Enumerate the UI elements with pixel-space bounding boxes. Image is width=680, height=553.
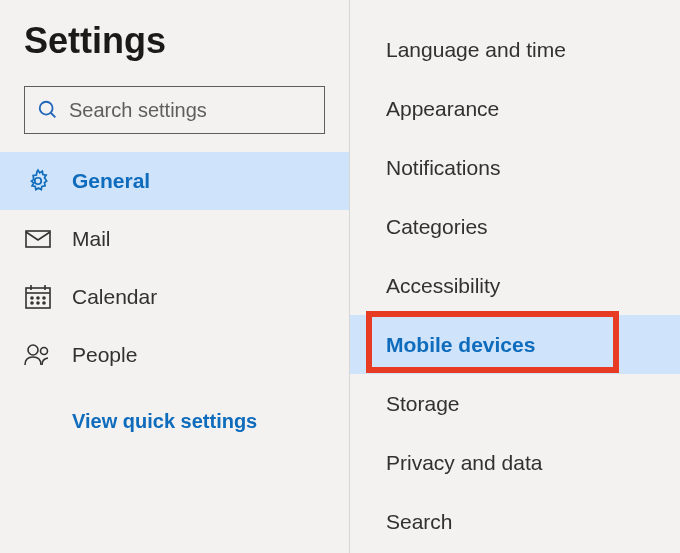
sub-item-label: Privacy and data [386,451,542,475]
gear-icon [24,167,52,195]
svg-point-11 [43,297,45,299]
calendar-icon [24,283,52,311]
svg-point-16 [41,348,48,355]
nav-item-label: General [72,169,150,193]
sub-item-label: Appearance [386,97,499,121]
sub-item-label: Storage [386,392,460,416]
nav-item-people[interactable]: People [0,326,349,384]
nav-item-mail[interactable]: Mail [0,210,349,268]
nav-item-label: Mail [72,227,111,251]
svg-point-0 [40,102,53,115]
mail-icon [24,225,52,253]
sub-item-accessibility[interactable]: Accessibility [350,256,680,315]
people-icon [24,341,52,369]
svg-point-12 [31,302,33,304]
svg-point-9 [31,297,33,299]
view-quick-settings-link[interactable]: View quick settings [0,384,349,459]
nav-item-label: Calendar [72,285,157,309]
settings-left-panel: Settings General Mail [0,0,350,553]
nav-item-label: People [72,343,137,367]
sub-item-mobile-devices[interactable]: Mobile devices [350,315,680,374]
nav-item-calendar[interactable]: Calendar [0,268,349,326]
svg-point-15 [28,345,38,355]
svg-point-14 [43,302,45,304]
sub-item-label: Language and time [386,38,566,62]
settings-sub-panel: Language and time Appearance Notificatio… [350,0,680,553]
sub-item-search[interactable]: Search [350,492,680,551]
sub-item-privacy-and-data[interactable]: Privacy and data [350,433,680,492]
svg-point-10 [37,297,39,299]
page-title: Settings [0,20,349,86]
svg-point-2 [35,178,42,185]
sub-item-storage[interactable]: Storage [350,374,680,433]
sub-item-categories[interactable]: Categories [350,197,680,256]
sub-item-label: Notifications [386,156,500,180]
sub-item-language-and-time[interactable]: Language and time [350,20,680,79]
sub-item-label: Categories [386,215,488,239]
search-box[interactable] [24,86,325,134]
svg-point-13 [37,302,39,304]
nav-item-general[interactable]: General [0,152,349,210]
svg-rect-3 [26,231,50,247]
svg-line-1 [51,113,56,118]
sub-item-appearance[interactable]: Appearance [350,79,680,138]
search-icon [37,99,59,121]
search-input[interactable] [69,99,312,122]
sub-item-label: Accessibility [386,274,500,298]
sub-item-label: Search [386,510,453,534]
sub-item-label: Mobile devices [386,333,535,357]
sub-item-notifications[interactable]: Notifications [350,138,680,197]
